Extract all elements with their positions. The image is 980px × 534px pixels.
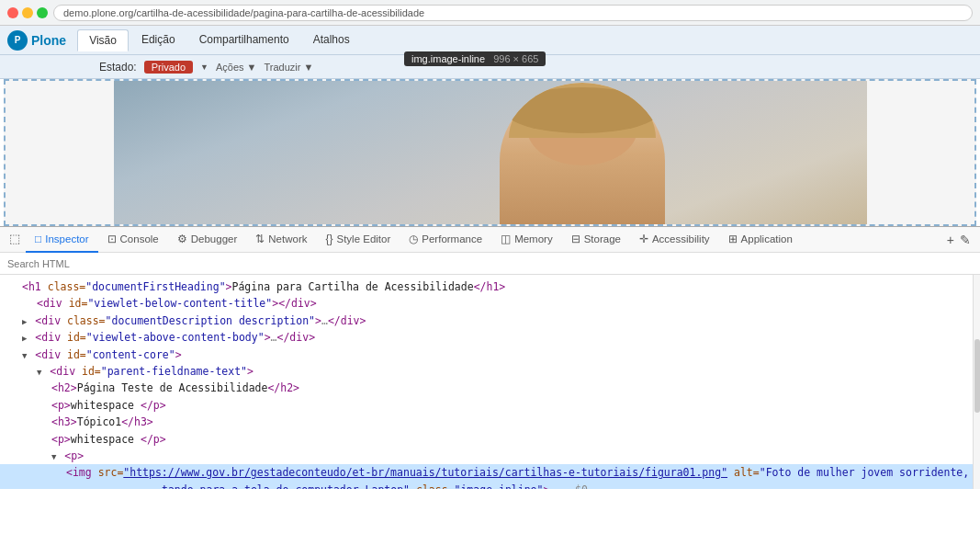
edit-html-button[interactable]: ✎	[960, 233, 971, 247]
network-icon: ⇅	[255, 233, 265, 245]
page-image	[114, 80, 867, 225]
tab-application[interactable]: ⊞ Application	[719, 227, 802, 253]
state-label: Estado:	[99, 61, 137, 74]
tab-inspector[interactable]: □ Inspector	[26, 227, 98, 253]
style-editor-icon: {}	[325, 233, 332, 245]
html-line: ▶ <div id="viewlet-above-content-body">……	[0, 329, 973, 346]
window-controls	[7, 7, 48, 18]
state-dropdown-arrow[interactable]: ▼	[200, 62, 208, 72]
html-line: <div id="viewlet-below-content-title"></…	[0, 295, 973, 312]
tab-compartilhamento[interactable]: Compartilhamento	[188, 29, 300, 51]
close-button[interactable]	[7, 7, 18, 18]
devtools-panel: ⬚ □ Inspector ⊡ Console ⚙ Debugger ⇅ Net…	[0, 226, 980, 489]
tab-atalhos[interactable]: Atalhos	[302, 29, 361, 51]
tab-memory-label: Memory	[514, 233, 553, 244]
tooltip-selector: img.image-inline	[411, 53, 485, 64]
html-search-bar	[0, 253, 980, 275]
application-icon: ⊞	[728, 233, 738, 245]
minimize-button[interactable]	[22, 7, 33, 18]
html-tree: <h1 class="documentFirstHeading">Página …	[0, 275, 973, 489]
html-line-highlighted[interactable]: <img src="https://www.gov.br/gestadecont…	[0, 464, 973, 489]
tab-performance-label: Performance	[422, 233, 482, 244]
tab-style-editor[interactable]: {} Style Editor	[316, 227, 400, 253]
plone-logo-text: Plone	[31, 33, 66, 48]
tab-console-label: Console	[120, 233, 159, 244]
plone-logo: P Plone	[7, 30, 66, 51]
html-line: <p>whitespace </p>	[0, 397, 973, 414]
storage-icon: ⊟	[571, 233, 580, 245]
tab-memory[interactable]: ◫ Memory	[491, 227, 562, 253]
html-line: ▶ <div class="documentDescription descri…	[0, 312, 973, 329]
browser-chrome: demo.plone.org/cartilha-de-acessibilidad…	[0, 0, 980, 26]
console-icon: ⊡	[107, 233, 117, 245]
tab-storage-label: Storage	[584, 233, 621, 244]
tab-inspector-label: Inspector	[45, 233, 88, 244]
html-line: <h2>Página Teste de Acessibilidade</h2>	[0, 380, 973, 396]
inspector-icon: □	[35, 233, 41, 245]
tab-performance[interactable]: ◷ Performance	[400, 227, 491, 253]
debugger-icon: ⚙	[177, 233, 187, 245]
tab-application-label: Application	[741, 233, 793, 244]
page-tabs: Visão Edição Compartilhamento Atalhos	[77, 29, 361, 51]
scrollbar-thumb	[974, 339, 980, 413]
html-line: ▼ <p>	[0, 448, 973, 464]
address-bar[interactable]: demo.plone.org/cartilha-de-acessibilidad…	[53, 5, 973, 21]
add-html-button[interactable]: +	[947, 233, 954, 247]
accessibility-icon: ✛	[639, 233, 648, 245]
tab-accessibility[interactable]: ✛ Accessibility	[630, 227, 719, 253]
tab-network[interactable]: ⇅ Network	[246, 227, 316, 253]
page-content-area	[4, 79, 976, 226]
plone-logo-icon: P	[7, 30, 28, 51]
tab-console[interactable]: ⊡ Console	[98, 227, 168, 253]
state-badge: Privado	[144, 61, 193, 74]
devtools-scrollbar[interactable]	[973, 275, 980, 489]
performance-icon: ◷	[409, 233, 418, 245]
tag-h1: <h1	[22, 280, 48, 293]
tab-edicao[interactable]: Edição	[130, 29, 186, 51]
devtools-actions: + ✎	[941, 233, 976, 247]
search-html-input[interactable]	[7, 258, 973, 269]
tab-network-label: Network	[268, 233, 307, 244]
html-line: <p>whitespace </p>	[0, 431, 973, 448]
tab-accessibility-label: Accessibility	[652, 233, 710, 244]
tab-storage[interactable]: ⊟ Storage	[562, 227, 630, 253]
html-line: ▼ <div id="parent-fieldname-text">	[0, 363, 973, 380]
tab-debugger[interactable]: ⚙ Debugger	[168, 227, 247, 253]
tooltip-dimensions: 996 × 665	[493, 53, 538, 64]
cursor-icon: ⬚	[9, 232, 20, 245]
devtools-cursor-icon[interactable]: ⬚	[4, 227, 26, 253]
devtools-tabs: ⬚ □ Inspector ⊡ Console ⚙ Debugger ⇅ Net…	[0, 227, 980, 253]
html-line: <h3>Tópico1</h3>	[0, 414, 973, 430]
html-line: ▼ <div id="content-core">	[0, 347, 973, 363]
memory-icon: ◫	[501, 233, 511, 245]
html-line: <h1 class="documentFirstHeading">Página …	[0, 278, 973, 295]
element-tooltip: img.image-inline 996 × 665	[404, 51, 546, 66]
translate-dropdown[interactable]: Traduzir ▼	[264, 62, 313, 73]
maximize-button[interactable]	[37, 7, 48, 18]
tab-debugger-label: Debugger	[191, 233, 238, 244]
actions-dropdown[interactable]: Ações ▼	[216, 62, 257, 73]
tab-visao[interactable]: Visão	[77, 29, 129, 51]
tab-style-editor-label: Style Editor	[336, 233, 390, 244]
